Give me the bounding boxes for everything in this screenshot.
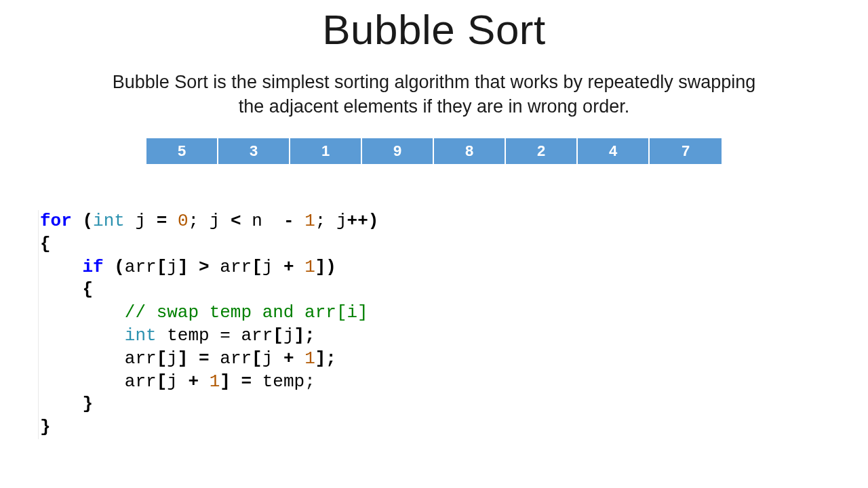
punct: = [146,211,178,231]
punct: ( [72,211,93,231]
punct: ]) [315,257,336,277]
id-n: n [252,211,262,231]
id-j: j [135,211,146,231]
id-temp: temp [262,371,304,392]
op-plus: + [273,257,304,277]
bracket-open: [ [157,371,167,392]
id-j: j [262,348,273,369]
num-1: 1 [304,257,315,277]
num-1: 1 [304,211,315,231]
array-cell: 9 [362,138,434,164]
slide: Bubble Sort Bubble Sort is the simplest … [0,0,868,488]
id-arr: arr [125,257,157,277]
array-cell: 4 [578,138,650,164]
bracket-open: [ [252,348,262,369]
op-lt: < [220,211,252,231]
punct: ] > [178,257,220,277]
array-cell: 3 [218,138,290,164]
punct: ( [104,257,125,277]
op-eq: = [241,371,252,392]
punct: ; [188,211,209,231]
id-j: j [262,257,273,277]
id-arr: arr [220,348,252,369]
id-j: j [283,325,294,346]
id-j: j [167,371,178,392]
brace-close: } [82,394,93,414]
page-title: Bubble Sort [0,0,868,54]
array-cell: 2 [506,138,578,164]
punct: ] [220,371,241,392]
id-temp: temp = [157,325,241,346]
brace-open: { [40,234,51,254]
brace-open: { [82,279,93,300]
id-j: j [167,257,178,277]
brace-close: } [40,417,51,437]
id-arr: arr [125,371,157,392]
id-j: j [210,211,220,231]
num-1: 1 [304,348,315,369]
array-row: 5 3 1 9 8 2 4 7 [0,138,868,164]
description-text: Bubble Sort is the simplest sorting algo… [108,70,760,119]
punct: ]; [315,348,336,369]
sp [125,211,136,231]
op-minus: - [262,211,304,231]
array-cell: 1 [290,138,362,164]
op-plus: + [178,371,210,392]
punct: ] = [178,348,220,369]
op-pp: ++) [347,211,379,231]
type-int: int [125,325,157,346]
type-int: int [93,211,125,231]
num-0: 0 [178,211,189,231]
id-arr: arr [125,348,157,369]
array-cell: 5 [146,138,218,164]
punct: ; j [315,211,347,231]
op-plus: + [273,348,304,369]
id-arr: arr [241,325,273,346]
kw-for: for [40,211,72,231]
comment: // swap temp and arr[i] [125,302,368,323]
bracket-open: [ [252,257,262,277]
num-1: 1 [210,371,220,392]
bracket-open: [ [157,348,167,369]
array-cell: 7 [650,138,722,164]
id-arr: arr [220,257,252,277]
kw-if: if [82,257,103,277]
punct: ]; [294,325,315,346]
id-j: j [167,348,178,369]
array-cell: 8 [434,138,506,164]
bracket-open: [ [273,325,283,346]
code-block: for (int j = 0; j < n - 1; j++) { if (ar… [38,210,378,439]
bracket-open: [ [157,257,167,277]
